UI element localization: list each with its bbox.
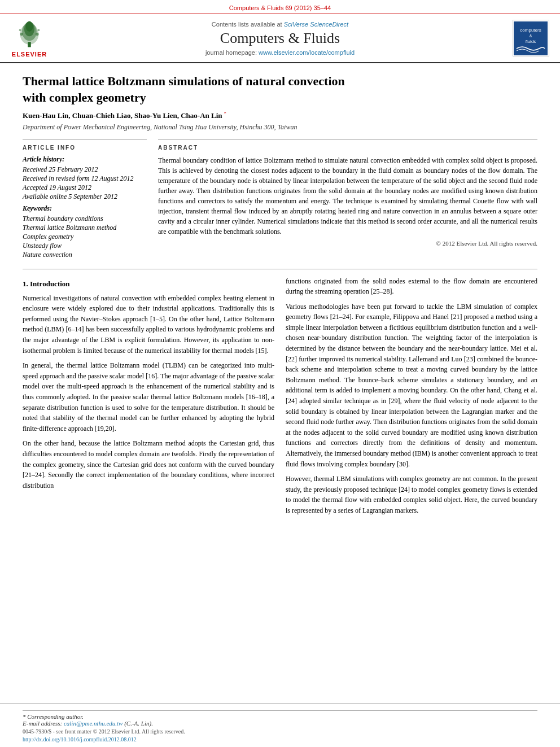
article-title: Thermal lattice Boltzmann simulations of… (23, 73, 537, 106)
journal-citation-text: Computers & Fluids 69 (2012) 35–44 (229, 5, 331, 11)
keyword-3: Complex geometry (23, 233, 147, 241)
svg-point-5 (20, 33, 24, 36)
cf-logo-icon: computers & fluids (514, 21, 548, 55)
sciverse-link[interactable]: SciVerse ScienceDirect (284, 21, 349, 28)
received-date: Received 25 February 2012 (23, 165, 147, 174)
journal-header: ELSEVIER Contents lists available at Sci… (0, 14, 560, 63)
author-names: Kuen-Hau Lin, Chuan-Chieh Liao, Shao-Yu … (23, 112, 222, 120)
section-divider (23, 269, 537, 269)
article-info-abstract: ARTICLE INFO Article history: Received 2… (23, 139, 537, 260)
cf-logo-box: computers & fluids (513, 20, 549, 56)
available-date: Available online 5 September 2012 (23, 193, 147, 201)
keywords-label: Keywords: (23, 204, 147, 213)
homepage-label: journal homepage: (205, 49, 259, 56)
article-info-col: ARTICLE INFO Article history: Received 2… (23, 139, 147, 260)
page-footer: * Corresponding author. E-mail address: … (0, 703, 560, 747)
received-revised-date: Received in revised form 12 August 2012 (23, 174, 147, 183)
corresponding-note-text: * Corresponding author. (23, 713, 84, 720)
sciverse-line: Contents lists available at SciVerse Sci… (212, 21, 348, 28)
svg-point-8 (38, 29, 40, 31)
intro-para1: Numerical investigations of natural conv… (23, 293, 274, 356)
author-email[interactable]: calin@pme.nthu.edu.tw (64, 720, 123, 727)
authors-line: Kuen-Hau Lin, Chuan-Chieh Liao, Shao-Yu … (23, 111, 537, 120)
article-title-text: Thermal lattice Boltzmann simulations of… (23, 74, 345, 104)
accepted-date: Accepted 19 August 2012 (23, 184, 147, 192)
body-content: 1. Introduction Numerical investigations… (23, 276, 537, 521)
keyword-5: Nature convection (23, 251, 147, 259)
body-right-para2: Various methodologies have been put forw… (286, 302, 537, 470)
svg-point-4 (26, 21, 33, 32)
history-label: Article history: (23, 155, 147, 164)
abstract-col: ABSTRACT Thermal boundary condition of l… (158, 139, 537, 260)
elsevier-text-label: ELSEVIER (12, 51, 47, 58)
body-col-left: 1. Introduction Numerical investigations… (23, 276, 274, 521)
abstract-text: Thermal boundary condition of lattice Bo… (158, 155, 537, 237)
svg-point-6 (36, 33, 39, 36)
svg-text:computers: computers (520, 28, 541, 33)
email-label: E-mail address: (23, 720, 64, 727)
keyword-2: Thermal lattice Boltzmann method (23, 224, 147, 232)
body-col-right: functions originated from the solid node… (286, 276, 537, 521)
elsevier-branding: ELSEVIER (12, 19, 47, 58)
corresponding-note: * Corresponding author. (23, 713, 537, 720)
doi-text[interactable]: http://dx.doi.org/10.1016/j.compfluid.20… (23, 736, 537, 744)
body-right-para1: functions originated from the solid node… (286, 276, 537, 297)
journal-citation-bar: Computers & Fluids 69 (2012) 35–44 (0, 0, 560, 14)
svg-point-7 (19, 29, 21, 31)
keyword-1: Thermal boundary conditions (23, 215, 147, 223)
footnote-section: * Corresponding author. E-mail address: … (23, 710, 537, 727)
email-note: E-mail address: calin@pme.nthu.edu.tw (C… (23, 720, 537, 727)
elsevier-logo-left: ELSEVIER (7, 19, 52, 58)
corresponding-marker: * (224, 111, 226, 116)
contents-available-text: Contents lists available at (212, 21, 284, 28)
cf-logo-right: computers & fluids (508, 19, 553, 58)
journal-homepage-line: journal homepage: www.elsevier.com/locat… (205, 49, 355, 56)
journal-title: Computers & Fluids (220, 30, 340, 47)
article-info-label: ARTICLE INFO (23, 145, 147, 151)
intro-para2: In general, the thermal lattice Boltzman… (23, 360, 274, 434)
intro-heading: 1. Introduction (23, 278, 274, 290)
journal-center-info: Contents lists available at SciVerse Sci… (58, 19, 502, 58)
affiliation-text: Department of Power Mechanical Engineeri… (23, 123, 537, 132)
elsevier-tree-icon (12, 19, 46, 50)
copyright-line: © 2012 Elsevier Ltd. All rights reserved… (158, 240, 537, 247)
homepage-url[interactable]: www.elsevier.com/locate/compfluid (259, 49, 355, 56)
keyword-4: Unsteady flow (23, 242, 147, 250)
issn-text: 0045-7930/$ - see front matter © 2012 El… (23, 728, 537, 736)
body-right-para3: However, thermal LBM simulations with co… (286, 474, 537, 516)
abstract-label: ABSTRACT (158, 145, 537, 151)
svg-text:fluids: fluids (526, 39, 536, 44)
article-content: Thermal lattice Boltzmann simulations of… (0, 63, 560, 703)
email-suffix: (C.-A. Lin). (124, 720, 153, 727)
svg-text:&: & (530, 34, 532, 38)
intro-para3: On the other hand, because the lattice B… (23, 438, 274, 491)
issn-line: 0045-7930/$ - see front matter © 2012 El… (23, 728, 537, 744)
